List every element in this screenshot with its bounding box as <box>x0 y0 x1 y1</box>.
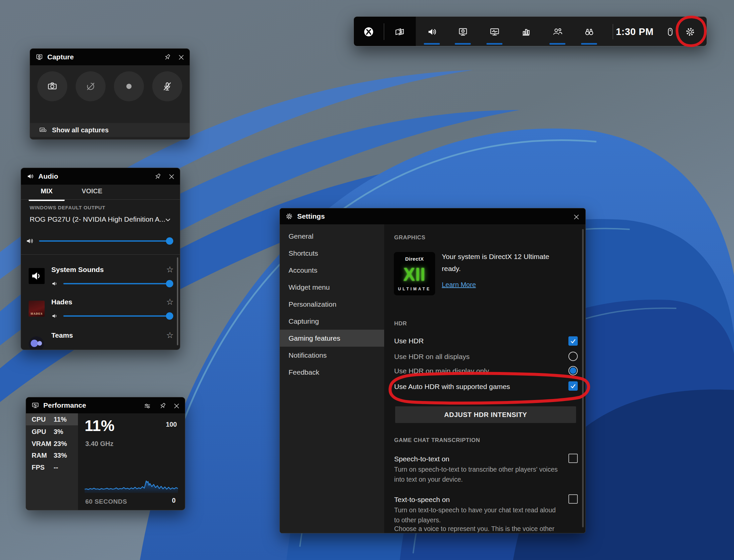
record-dot-icon <box>123 80 135 92</box>
options-icon[interactable] <box>143 402 152 410</box>
metric-row-gpu[interactable]: GPU3% <box>26 426 78 438</box>
mouse-mode-button[interactable] <box>660 22 680 42</box>
slider-thumb[interactable] <box>166 280 173 287</box>
pin-icon[interactable] <box>153 172 162 181</box>
resources-widget-button[interactable] <box>516 22 536 42</box>
metrics-panel: CPU11% GPU3% VRAM23% RAM33% FPS-- <box>26 413 78 510</box>
slider-track[interactable] <box>39 240 172 242</box>
slider-track[interactable] <box>63 283 172 284</box>
system-sounds-volume-slider[interactable] <box>51 280 172 287</box>
favorite-star-icon[interactable]: ☆ <box>165 297 175 307</box>
directx-ready-text-2: ready. <box>442 265 461 273</box>
section-header-transcription: GAME CHAT TRANSCRIPTION <box>394 437 480 444</box>
sidebar-item-feedback[interactable]: Feedback <box>280 364 384 381</box>
slider-thumb[interactable] <box>166 237 173 245</box>
screenshot-button[interactable] <box>37 71 67 101</box>
mouse-icon <box>665 26 676 37</box>
close-icon[interactable] <box>167 172 176 181</box>
settings-button[interactable] <box>680 22 700 42</box>
performance-icon <box>489 26 500 37</box>
metric-row-cpu[interactable]: CPU11% <box>26 413 78 425</box>
audio-widget-button[interactable] <box>422 22 442 42</box>
scrollbar[interactable] <box>177 257 178 345</box>
text-to-speech-desc-2: to other players. <box>394 516 441 524</box>
text-to-speech-checkbox[interactable] <box>568 494 578 504</box>
metric-row-vram[interactable]: VRAM23% <box>26 438 78 450</box>
hdr-main-display-label: Use HDR on main display only <box>394 367 489 375</box>
social-widget-button[interactable] <box>547 22 567 42</box>
cpu-frequency: 3.40 GHz <box>85 440 113 448</box>
slider-track[interactable] <box>63 315 172 317</box>
capture-widget: Capture Show all captures <box>30 48 190 140</box>
section-header-graphics: GRAPHICS <box>394 234 425 241</box>
binoculars-icon <box>584 26 595 37</box>
toolbar-divider <box>384 23 384 40</box>
sidebar-item-capturing[interactable]: Capturing <box>280 313 384 330</box>
learn-more-link[interactable]: Learn More <box>442 281 476 289</box>
pinned-indicator <box>581 43 597 45</box>
show-all-captures-button[interactable]: Show all captures <box>30 123 190 137</box>
metric-row-fps[interactable]: FPS-- <box>26 461 78 473</box>
axis-min: 0 <box>172 497 176 504</box>
settings-titlebar[interactable]: Settings <box>280 208 585 224</box>
window-title: Settings <box>297 212 325 220</box>
gear-icon <box>685 26 696 37</box>
performance-widget: Performance CPU11% GPU3% VRAM23% RAM33% … <box>26 397 185 510</box>
sidebar-item-shortcuts[interactable]: Shortcuts <box>280 245 384 262</box>
close-icon[interactable] <box>172 402 181 410</box>
footer-label: Show all captures <box>52 126 109 134</box>
sidebar-item-widget-menu[interactable]: Widget menu <box>280 279 384 296</box>
xbox-button[interactable] <box>359 22 378 42</box>
close-icon[interactable] <box>177 53 186 62</box>
speech-to-text-checkbox[interactable] <box>568 454 578 463</box>
pin-icon[interactable] <box>158 402 167 410</box>
sidebar-item-general[interactable]: General <box>280 228 384 245</box>
favorite-star-icon[interactable]: ☆ <box>165 265 175 274</box>
use-hdr-checkbox[interactable] <box>568 336 578 346</box>
capture-titlebar[interactable]: Capture <box>30 49 190 65</box>
text-to-speech-desc: Turn on text-to-speech to have your chat… <box>394 506 556 514</box>
slider-thumb[interactable] <box>166 312 173 320</box>
auto-hdr-checkbox[interactable] <box>568 381 578 391</box>
chevron-down-icon[interactable] <box>163 215 173 225</box>
widget-menu-button[interactable] <box>389 22 409 42</box>
audio-titlebar[interactable]: Audio <box>21 168 180 185</box>
app-name: Teams <box>51 331 73 339</box>
audio-icon <box>426 26 437 37</box>
favorite-star-icon[interactable]: ☆ <box>165 331 175 340</box>
performance-widget-button[interactable] <box>484 22 504 42</box>
hdr-all-displays-radio[interactable] <box>568 352 578 361</box>
speaker-icon <box>26 237 34 245</box>
hades-volume-slider[interactable] <box>51 312 172 320</box>
clock: 1:30 PM <box>615 17 654 46</box>
performance-titlebar[interactable]: Performance <box>26 397 185 413</box>
mic-toggle-button[interactable] <box>152 71 182 101</box>
teams-thumbnail <box>29 336 44 350</box>
gamebar-toolbar: 1:30 PM <box>354 16 707 46</box>
metric-row-ram[interactable]: RAM33% <box>26 449 78 461</box>
sidebar-item-notifications[interactable]: Notifications <box>280 347 384 364</box>
sidebar-item-personalization[interactable]: Personalization <box>280 296 384 313</box>
looking-for-group-button[interactable] <box>579 22 599 42</box>
sidebar-item-gaming-features[interactable]: Gaming features <box>280 330 384 347</box>
close-icon[interactable] <box>572 213 581 221</box>
pin-icon[interactable] <box>163 53 172 62</box>
output-device-select[interactable]: ROG PG27U (2- NVIDIA High Definition A..… <box>30 215 176 223</box>
audio-icon <box>26 172 34 180</box>
tab-voice[interactable]: VOICE <box>74 187 110 198</box>
hdr-main-display-radio[interactable] <box>568 366 578 375</box>
start-recording-button[interactable] <box>114 71 144 101</box>
mic-off-icon <box>161 80 173 92</box>
record-last-30s-button[interactable] <box>76 71 106 101</box>
xbox-logo-icon <box>363 26 374 37</box>
capture-widget-button[interactable] <box>453 22 473 42</box>
tab-mix[interactable]: MIX <box>29 187 65 198</box>
use-hdr-label: Use HDR <box>394 337 424 345</box>
widget-title: Capture <box>47 53 74 61</box>
sidebar-item-accounts[interactable]: Accounts <box>280 262 384 279</box>
scrollbar[interactable] <box>582 229 584 527</box>
master-volume-slider[interactable] <box>26 237 172 245</box>
adjust-hdr-intensity-button[interactable]: ADJUST HDR INTENSITY <box>395 406 576 423</box>
hades-thumbnail: HADES <box>29 301 45 317</box>
capture-icon <box>457 26 468 37</box>
